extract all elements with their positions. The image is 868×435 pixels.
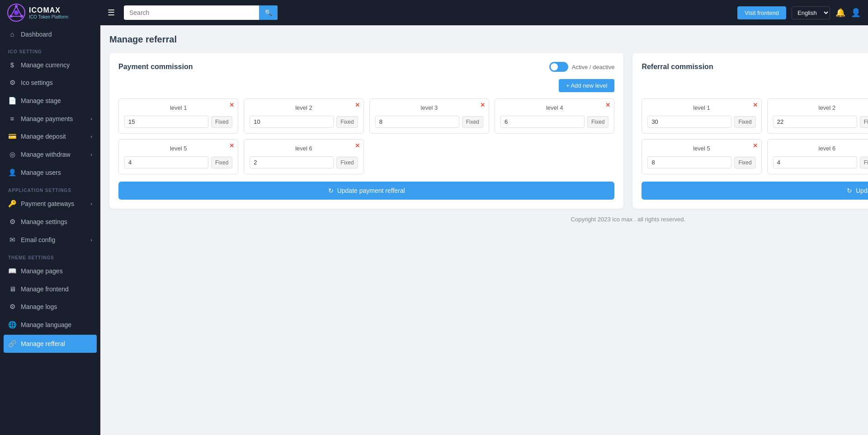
level-label: level 6 [773,145,868,152]
payment-level-1-input[interactable] [124,116,208,128]
sidebar-item-manage-withdraw[interactable]: ◎ Manage withdraw › [0,145,100,164]
layout: ⌂ Dashboard ICO SETTING $ Manage currenc… [0,0,868,435]
chevron-right-icon: › [90,237,92,243]
level-input-row: Fixed [124,156,232,168]
toggle-area: Active / deactive [549,62,615,72]
payment-level-5-delete[interactable]: ✕ [229,142,234,149]
payment-level-6-delete[interactable]: ✕ [355,142,360,149]
level-input-row: Fixed [773,116,868,128]
referral-level-1-delete[interactable]: ✕ [753,102,758,108]
sidebar-item-label: Dashboard [21,31,52,38]
payment-add-level-button[interactable]: + Add new level [559,79,614,92]
sidebar-item-manage-stage[interactable]: 📄 Manage stage [0,92,100,110]
level-input-row: Fixed [250,156,358,168]
logo-text: ICOMAX ICO Token Platform [29,6,68,19]
level-input-row: Fixed [124,116,232,128]
sidebar-item-manage-pages[interactable]: 📖 Manage pages [0,262,100,280]
sidebar-item-label: Manage deposit [21,133,66,140]
payment-level-2-delete[interactable]: ✕ [355,102,360,108]
level-label: level 5 [647,145,755,152]
monitor-icon: 🖥 [8,285,16,293]
sidebar-item-payment-gateways[interactable]: 🔑 Payment gateways › [0,195,100,213]
sidebar-item-label: Manage logs [21,303,57,310]
sidebar-item-label: Email config [21,236,55,243]
payment-level-4-delete[interactable]: ✕ [605,102,610,108]
search-button[interactable]: 🔍 [259,5,278,20]
sidebar-item-label: Manage currency [21,61,70,69]
sidebar-item-label: Manage withdraw [21,151,71,158]
level-label: level 6 [250,145,358,152]
logo-icon [7,4,25,22]
level-label: level 1 [647,104,755,111]
sidebar-item-email-config[interactable]: ✉ Email config › [0,231,100,249]
payment-level-4-input[interactable] [500,116,585,128]
level-label: level 5 [124,145,232,152]
update-payment-referral-button[interactable]: ↻ Update payment refferal [118,182,614,200]
topnav-right: Visit frontend English Spanish French 🔔 … [737,6,861,19]
sidebar-item-manage-language[interactable]: 🌐 Manage language [0,316,100,334]
sidebar-item-manage-logs[interactable]: ⚙ Manage logs [0,298,100,316]
payment-level-6-input[interactable] [250,156,334,168]
level-type: Fixed [860,116,868,128]
list-icon: ≡ [8,115,16,122]
link-icon: 🔗 [8,340,16,348]
sidebar-item-label: Manage payments [21,115,73,122]
update-referral-commission-button[interactable]: ↻ Update refferal commission [642,182,868,200]
payment-level-3-delete[interactable]: ✕ [480,102,485,108]
payment-level-1-delete[interactable]: ✕ [229,102,234,108]
search-input[interactable] [124,6,259,19]
sidebar-item-manage-currency[interactable]: $ Manage currency [0,56,100,74]
referral-level-5-delete[interactable]: ✕ [753,142,758,149]
payment-level-5: ✕ level 5 Fixed [118,139,238,174]
refresh-icon: ↻ [847,187,852,194]
user-icon[interactable]: 👤 [851,8,861,18]
hamburger-icon[interactable]: ☰ [108,8,115,18]
visit-frontend-button[interactable]: Visit frontend [737,6,786,19]
search-bar: 🔍 [124,5,278,20]
payment-add-level: + Add new level [118,79,614,92]
sidebar-item-manage-users[interactable]: 👤 Manage users [0,164,100,182]
payment-level-2-input[interactable] [250,116,334,128]
chevron-right-icon: › [90,152,92,157]
sidebar-item-manage-settings[interactable]: ⚙ Manage settings [0,213,100,231]
level-type: Fixed [462,116,483,128]
sidebar-item-manage-payments[interactable]: ≡ Manage payments › [0,110,100,127]
email-icon: ✉ [8,236,16,244]
refresh-icon: ↻ [328,187,334,194]
payment-level-3-input[interactable] [375,116,459,128]
sidebar-item-label: Manage users [21,169,61,176]
language-select[interactable]: English Spanish French [792,6,830,19]
level-label: level 2 [250,104,358,111]
level-input-row: Fixed [375,116,483,128]
sidebar-item-manage-referral[interactable]: 🔗 Manage refferal [4,335,97,353]
level-input-row: Fixed [773,156,868,168]
referral-level-2-input[interactable] [773,116,857,128]
referral-level-1-input[interactable] [647,116,731,128]
referral-level-2: ✕ level 2 Fixed [767,98,868,134]
referral-level-6-input[interactable] [773,156,857,168]
gear-icon: ⚙ [8,79,16,87]
payment-toggle[interactable] [549,62,568,72]
sidebar: ⌂ Dashboard ICO SETTING $ Manage currenc… [0,25,100,435]
toggle-slider [549,62,568,72]
payment-level-6: ✕ level 6 Fixed [244,139,363,174]
payment-level-3: ✕ level 3 Fixed [369,98,489,134]
chevron-right-icon: › [90,134,92,139]
panels: Payment commission Active / deactive + A… [109,53,868,209]
section-label-theme: THEME SETTINGS [0,249,100,262]
bell-icon[interactable]: 🔔 [835,8,845,18]
sidebar-item-ico-settings[interactable]: ⚙ Ico settings [0,74,100,92]
payment-level-5-input[interactable] [124,156,208,168]
sidebar-item-manage-deposit[interactable]: 💳 Manage deposit › [0,127,100,145]
sidebar-item-manage-frontend[interactable]: 🖥 Manage frontend [0,280,100,298]
update-referral-label: Update refferal commission [856,187,868,194]
payment-levels-grid: ✕ level 1 Fixed ✕ level 2 Fixed [118,98,614,174]
footer: Copyright 2023 ico max . all rights rese… [109,209,868,230]
referral-commission-panel: Referral commission Active / deactive + … [632,53,868,209]
level-type: Fixed [211,116,232,128]
sidebar-item-label: Manage refferal [21,340,65,347]
level-input-row: Fixed [647,156,755,168]
sidebar-item-dashboard[interactable]: ⌂ Dashboard [0,25,100,43]
chevron-right-icon: › [90,116,92,122]
referral-level-5-input[interactable] [647,156,731,168]
